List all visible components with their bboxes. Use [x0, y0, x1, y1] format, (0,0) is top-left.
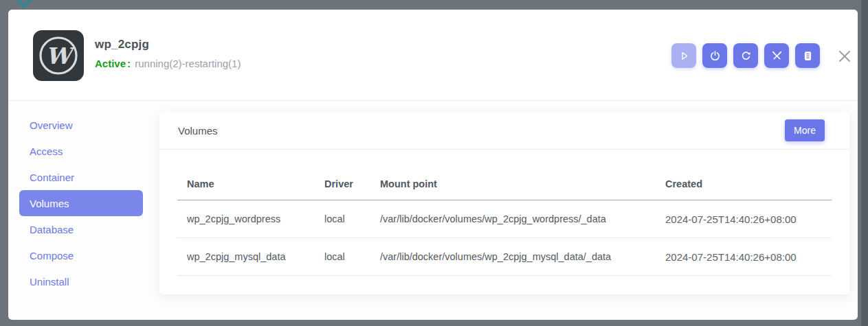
- more-button[interactable]: More: [785, 119, 825, 141]
- volume-created: 2024-07-25T14:40:26+08:00: [665, 213, 832, 225]
- sidebar-item-container[interactable]: Container: [19, 164, 143, 190]
- sidebar-item-uninstall[interactable]: Uninstall: [19, 268, 143, 294]
- app-details-modal: W wp_2cpjg Active: running(2)-restarting…: [8, 10, 858, 320]
- status-active-label: Active: [95, 58, 126, 69]
- volumes-card: Volumes More Name Driver Mount point Cre…: [159, 112, 849, 294]
- volume-mount-point: /var/lib/docker/volumes/wp_2cpjg_mysql_d…: [380, 251, 665, 262]
- title-block: wp_2cpjg Active: running(2)-restarting(1…: [95, 38, 241, 69]
- status-separator: :: [127, 58, 131, 69]
- volume-name-link[interactable]: wp_2cpjg_wordpress: [177, 213, 324, 224]
- tools-icon: [771, 50, 783, 62]
- volume-created: 2024-07-25T14:40:26+08:00: [665, 251, 832, 263]
- table-header-row: Name Driver Mount point Created: [177, 150, 832, 200]
- background-scrollbar: [861, 0, 868, 326]
- sidebar-nav: Overview Access Container Volumes Databa…: [8, 101, 151, 294]
- volumes-table: Name Driver Mount point Created wp_2cpjg…: [177, 150, 832, 276]
- background-logo-fragment: [13, 0, 34, 9]
- volume-mount-point: /var/lib/docker/volumes/wp_2cpjg_wordpre…: [380, 213, 665, 224]
- sidebar-item-database[interactable]: Database: [19, 216, 143, 242]
- volume-driver: local: [324, 251, 380, 262]
- sidebar-item-volumes[interactable]: Volumes: [19, 190, 143, 216]
- close-icon[interactable]: [837, 49, 852, 64]
- column-header-driver: Driver: [324, 178, 380, 189]
- column-header-name: Name: [177, 178, 324, 189]
- modal-header: W wp_2cpjg Active: running(2)-restarting…: [8, 10, 858, 101]
- logs-button[interactable]: [795, 43, 820, 68]
- table-row: wp_2cpjg_wordpress local /var/lib/docker…: [177, 200, 832, 238]
- app-title: wp_2cpjg: [95, 38, 241, 51]
- column-header-mount: Mount point: [380, 178, 665, 189]
- app-status-line: Active: running(2)-restarting(1): [95, 58, 241, 69]
- restart-icon: [740, 50, 752, 62]
- card-title: Volumes: [178, 125, 218, 137]
- tools-button[interactable]: [764, 43, 789, 68]
- volume-driver: local: [324, 213, 380, 224]
- sidebar-item-overview[interactable]: Overview: [19, 112, 143, 138]
- column-header-created: Created: [665, 178, 832, 189]
- action-button-group: [671, 43, 820, 68]
- card-header: Volumes More: [159, 112, 849, 150]
- power-icon: [709, 50, 721, 62]
- modal-body: Overview Access Container Volumes Databa…: [8, 101, 858, 319]
- wordpress-logo-icon: W: [33, 30, 84, 81]
- sidebar-item-compose[interactable]: Compose: [19, 242, 143, 268]
- play-icon: [678, 50, 690, 62]
- volume-name-link[interactable]: wp_2cpjg_mysql_data: [177, 251, 324, 262]
- logs-icon: [802, 50, 814, 62]
- sidebar-item-access[interactable]: Access: [19, 138, 143, 164]
- restart-button[interactable]: [733, 43, 758, 68]
- wordpress-app-icon: W: [33, 30, 84, 81]
- power-button[interactable]: [702, 43, 727, 68]
- start-button[interactable]: [671, 43, 696, 68]
- table-row: wp_2cpjg_mysql_data local /var/lib/docke…: [177, 238, 832, 276]
- status-detail: running(2)-restarting(1): [135, 58, 241, 69]
